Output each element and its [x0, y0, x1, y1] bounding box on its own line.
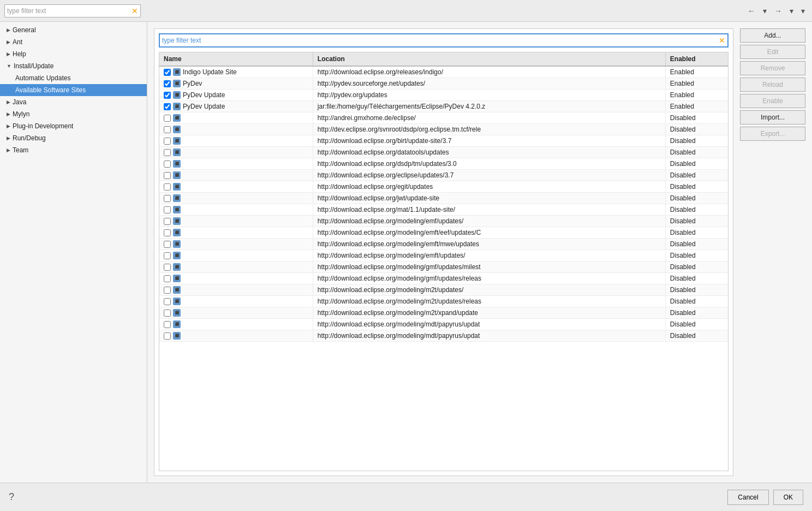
- row-checkbox[interactable]: [164, 172, 171, 179]
- site-enabled-status: Disabled: [665, 147, 728, 158]
- row-checkbox[interactable]: [164, 252, 171, 259]
- table-row[interactable]: ⬛http://download.eclipse.org/modeling/m2…: [159, 284, 728, 296]
- row-checkbox[interactable]: [164, 264, 171, 271]
- row-checkbox[interactable]: [164, 287, 171, 294]
- export-button[interactable]: Export...: [740, 127, 805, 141]
- sidebar-item-team[interactable]: ▶Team: [0, 144, 147, 156]
- row-checkbox[interactable]: [164, 103, 171, 110]
- table-row[interactable]: ⬛http://download.eclipse.org/modeling/md…: [159, 330, 728, 342]
- row-checkbox[interactable]: [164, 138, 171, 145]
- import-button[interactable]: Import...: [740, 110, 805, 124]
- row-checkbox[interactable]: [164, 321, 171, 328]
- edit-button[interactable]: Edit: [740, 45, 805, 59]
- sidebar-item-mylyn[interactable]: ▶Mylyn: [0, 108, 147, 120]
- sidebar-item-run-debug[interactable]: ▶Run/Debug: [0, 132, 147, 144]
- top-filter-clear-icon[interactable]: ✕: [132, 7, 138, 15]
- table-row[interactable]: ⬛http://download.eclipse.org/modeling/md…: [159, 319, 728, 330]
- col-header-location[interactable]: Location: [313, 52, 665, 66]
- table-row[interactable]: ⬛http://download.eclipse.org/datatools/u…: [159, 147, 728, 158]
- site-icon: ⬛: [173, 332, 181, 340]
- row-checkbox[interactable]: [164, 69, 171, 76]
- table-row[interactable]: ⬛PyDev Updatehttp://pydev.org/updatesEna…: [159, 90, 728, 101]
- table-row[interactable]: ⬛http://download.eclipse.org/modeling/em…: [159, 216, 728, 227]
- sidebar-item-available-software-sites[interactable]: Available Software Sites: [0, 84, 147, 96]
- nav-forward-dropdown-button[interactable]: ▾: [787, 5, 796, 16]
- row-checkbox[interactable]: [164, 195, 171, 202]
- row-checkbox[interactable]: [164, 229, 171, 236]
- row-checkbox[interactable]: [164, 126, 171, 133]
- sidebar-item-help[interactable]: ▶Help: [0, 48, 147, 60]
- table-row[interactable]: ⬛http://download.eclipse.org/modeling/em…: [159, 227, 728, 239]
- row-checkbox[interactable]: [164, 161, 171, 168]
- sites-table-container[interactable]: Name Location Enabled ⬛Indigo Update Sit…: [159, 52, 729, 471]
- table-row[interactable]: ⬛http://download.eclipse.org/birt/update…: [159, 135, 728, 147]
- inner-filter-input[interactable]: [162, 37, 719, 44]
- table-row[interactable]: ⬛PyDev Updatejar:file:/home/guy/Téléchar…: [159, 101, 728, 112]
- site-icon: ⬛: [173, 206, 181, 213]
- row-checkbox[interactable]: [164, 80, 171, 87]
- row-checkbox[interactable]: [164, 115, 171, 122]
- table-row[interactable]: ⬛PyDevhttp://pydev.sourceforge.net/updat…: [159, 78, 728, 90]
- sidebar-item-install-update[interactable]: ▼Install/Update: [0, 60, 147, 72]
- row-checkbox[interactable]: [164, 183, 171, 191]
- table-row[interactable]: ⬛http://download.eclipse.org/dsdp/tm/upd…: [159, 158, 728, 170]
- table-row[interactable]: ⬛http://download.eclipse.org/modeling/em…: [159, 250, 728, 262]
- chevron-icon: ▶: [7, 123, 10, 129]
- sidebar-item-general[interactable]: ▶General: [0, 24, 147, 36]
- remove-button[interactable]: Remove: [740, 61, 805, 75]
- row-checkbox[interactable]: [164, 310, 171, 317]
- row-checkbox[interactable]: [164, 275, 171, 282]
- inner-filter-clear-icon[interactable]: ✕: [719, 36, 725, 45]
- table-row[interactable]: ⬛http://andrei.gmxhome.de/eclipse/Disabl…: [159, 112, 728, 124]
- table-row[interactable]: ⬛http://download.eclipse.org/modeling/m2…: [159, 307, 728, 319]
- table-row[interactable]: ⬛http://download.eclipse.org/egit/update…: [159, 181, 728, 193]
- sidebar-item-ant[interactable]: ▶Ant: [0, 36, 147, 48]
- row-checkbox[interactable]: [164, 241, 171, 248]
- sidebar-item-automatic-updates[interactable]: Automatic Updates: [0, 72, 147, 84]
- table-row[interactable]: ⬛http://download.eclipse.org/eclipse/upd…: [159, 170, 728, 181]
- table-row[interactable]: ⬛http://download.eclipse.org/modeling/gm…: [159, 262, 728, 273]
- site-location: http://download.eclipse.org/modeling/gmf…: [313, 273, 665, 284]
- content-area: ✕ Name Location Enabled ⬛Indigo Update S…: [147, 22, 812, 483]
- site-location: http://download.eclipse.org/modeling/mdt…: [313, 319, 665, 330]
- add-button[interactable]: Add...: [740, 28, 805, 43]
- help-icon[interactable]: ?: [9, 491, 14, 503]
- ok-button[interactable]: OK: [773, 490, 803, 505]
- col-header-enabled[interactable]: Enabled: [665, 52, 728, 66]
- sidebar: ▶General▶Ant▶Help▼Install/UpdateAutomati…: [0, 22, 147, 483]
- reload-button[interactable]: Reload: [740, 78, 805, 92]
- row-checkbox[interactable]: [164, 92, 171, 99]
- table-row[interactable]: ⬛http://download.eclipse.org/mat/1.1/upd…: [159, 204, 728, 216]
- row-checkbox[interactable]: [164, 332, 171, 340]
- table-row[interactable]: ⬛http://download.eclipse.org/modeling/gm…: [159, 273, 728, 284]
- site-enabled-status: Disabled: [665, 124, 728, 135]
- inner-filter-wrap[interactable]: ✕: [159, 33, 729, 47]
- enable-button[interactable]: Enable: [740, 94, 805, 108]
- sidebar-item-java[interactable]: ▶Java: [0, 96, 147, 108]
- sidebar-item-label: Run/Debug: [13, 134, 46, 142]
- top-filter-wrap[interactable]: ✕: [4, 4, 141, 17]
- table-row[interactable]: ⬛http://download.eclipse.org/jwt/update-…: [159, 193, 728, 204]
- sidebar-item-label: General: [13, 26, 36, 34]
- row-checkbox[interactable]: [164, 149, 171, 156]
- col-header-name[interactable]: Name: [159, 52, 313, 66]
- row-checkbox[interactable]: [164, 218, 171, 225]
- top-filter-input[interactable]: [7, 7, 132, 15]
- table-row[interactable]: ⬛http://download.eclipse.org/modeling/em…: [159, 239, 728, 250]
- nav-forward-button[interactable]: →: [772, 5, 785, 16]
- table-row[interactable]: ⬛http://download.eclipse.org/modeling/m2…: [159, 296, 728, 307]
- nav-menu-button[interactable]: ▾: [798, 5, 808, 16]
- cancel-button[interactable]: Cancel: [727, 490, 768, 505]
- table-row[interactable]: ⬛http://dev.eclipse.org/svnroot/dsdp/org…: [159, 124, 728, 135]
- site-location: jar:file:/home/guy/Téléchargements/Eclip…: [313, 101, 665, 112]
- row-checkbox[interactable]: [164, 206, 171, 213]
- table-row[interactable]: ⬛Indigo Update Sitehttp://download.eclip…: [159, 66, 728, 78]
- nav-back-dropdown-button[interactable]: ▾: [760, 5, 769, 16]
- site-icon: ⬛: [173, 91, 181, 99]
- row-checkbox[interactable]: [164, 298, 171, 305]
- site-enabled-status: Disabled: [665, 216, 728, 227]
- bottom-bar-right: Cancel OK: [727, 490, 803, 505]
- top-bar: ✕ ← ▾ → ▾ ▾: [0, 0, 812, 22]
- nav-back-button[interactable]: ←: [745, 5, 758, 16]
- sidebar-item-plugin-development[interactable]: ▶Plug-in Development: [0, 120, 147, 132]
